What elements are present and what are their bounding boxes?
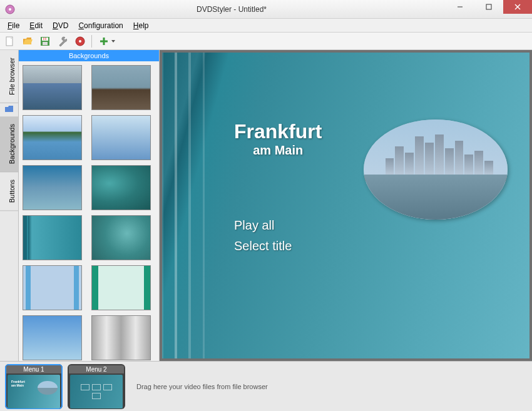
maximize-button[interactable] [474, 0, 503, 14]
svg-rect-3 [486, 4, 491, 9]
menu-title-sub: am Main [234, 143, 322, 158]
city-skyline [386, 134, 494, 175]
backgrounds-header: Backgrounds [19, 50, 159, 61]
bg-thumb[interactable] [23, 315, 82, 360]
menu-title-block[interactable]: Frankfurt am Main [234, 120, 322, 158]
tab-file-browser[interactable]: File browser [0, 50, 18, 103]
menu-image-frame[interactable] [364, 119, 508, 220]
menu-play-all[interactable]: Play all [234, 218, 292, 233]
menu-file[interactable]: File [3, 20, 24, 31]
bg-thumb[interactable] [23, 265, 82, 310]
menu-configuration[interactable]: Configuration [73, 20, 128, 31]
preview-area: Frankfurt am Main Play all Select title [160, 50, 532, 361]
bg-thumb[interactable] [23, 65, 82, 110]
toolbar [0, 33, 532, 50]
menu-dvd[interactable]: DVD [48, 20, 73, 31]
timeline-menu-1[interactable]: Menu 1 Frankfurtam Main [5, 364, 63, 409]
timeline-preview: Frankfurtam Main [8, 375, 60, 408]
window-title: DVDStyler - Untitled* [18, 5, 446, 14]
timeline-label: Menu 2 [69, 365, 124, 373]
menu-bar: File Edit DVD Configuration Help [0, 19, 532, 33]
drag-hint: Drag here your video files from file bro… [130, 383, 527, 390]
svg-point-12 [79, 40, 81, 43]
timeline[interactable]: Menu 1 Frankfurtam Main Menu 2 Drag here… [0, 361, 532, 411]
city-water [364, 175, 508, 220]
side-tabs: File browser Backgrounds Buttons [0, 50, 19, 361]
backgrounds-grid [23, 65, 155, 360]
menu-title-main: Frankfurt [234, 120, 322, 143]
app-icon [5, 3, 18, 16]
save-button[interactable] [38, 34, 53, 49]
main-area: File browser Backgrounds Buttons Backgro… [0, 50, 532, 361]
svg-point-1 [9, 8, 11, 11]
bg-thumb[interactable] [91, 65, 151, 110]
tab-backgrounds[interactable]: Backgrounds [0, 116, 18, 172]
title-bar: DVDStyler - Untitled* [0, 0, 532, 19]
open-button[interactable] [20, 34, 35, 49]
menu-select-title[interactable]: Select title [234, 239, 292, 253]
svg-marker-13 [111, 40, 115, 43]
backgrounds-panel: Backgrounds [19, 50, 160, 361]
tab-buttons[interactable]: Buttons [0, 172, 18, 211]
bg-thumb[interactable] [23, 165, 82, 210]
wrench-icon [57, 36, 68, 47]
decorative-stripes [162, 53, 218, 358]
toolbar-separator [91, 35, 92, 48]
add-button[interactable] [96, 34, 118, 49]
burn-disc-icon [74, 36, 86, 47]
settings-button[interactable] [55, 34, 70, 49]
bg-thumb[interactable] [91, 215, 151, 260]
new-file-icon [4, 36, 16, 47]
bg-thumb[interactable] [91, 315, 151, 360]
bg-thumb[interactable] [91, 115, 151, 160]
folder-icon [0, 103, 18, 116]
menu-preview-canvas[interactable]: Frankfurt am Main Play all Select title [162, 53, 529, 358]
bg-thumb[interactable] [23, 215, 82, 260]
menu-help[interactable]: Help [128, 20, 154, 31]
burn-button[interactable] [73, 34, 88, 49]
timeline-menu-2[interactable]: Menu 2 [68, 364, 125, 409]
add-icon [98, 36, 110, 47]
bg-thumb[interactable] [23, 115, 82, 160]
dropdown-arrow-icon [111, 39, 116, 44]
window-controls [446, 0, 532, 18]
timeline-label: Menu 1 [6, 365, 61, 373]
new-button[interactable] [3, 34, 18, 49]
close-button[interactable] [503, 0, 532, 14]
menu-edit[interactable]: Edit [24, 20, 48, 31]
bg-thumb[interactable] [91, 165, 151, 210]
open-folder-icon [22, 36, 33, 47]
save-icon [39, 36, 51, 47]
minimize-button[interactable] [446, 0, 474, 14]
bg-thumb[interactable] [91, 265, 151, 310]
timeline-preview [70, 375, 123, 408]
menu-buttons: Play all Select title [234, 218, 292, 260]
svg-rect-10 [43, 42, 48, 45]
backgrounds-scroll[interactable] [19, 61, 159, 361]
svg-rect-9 [42, 38, 48, 41]
